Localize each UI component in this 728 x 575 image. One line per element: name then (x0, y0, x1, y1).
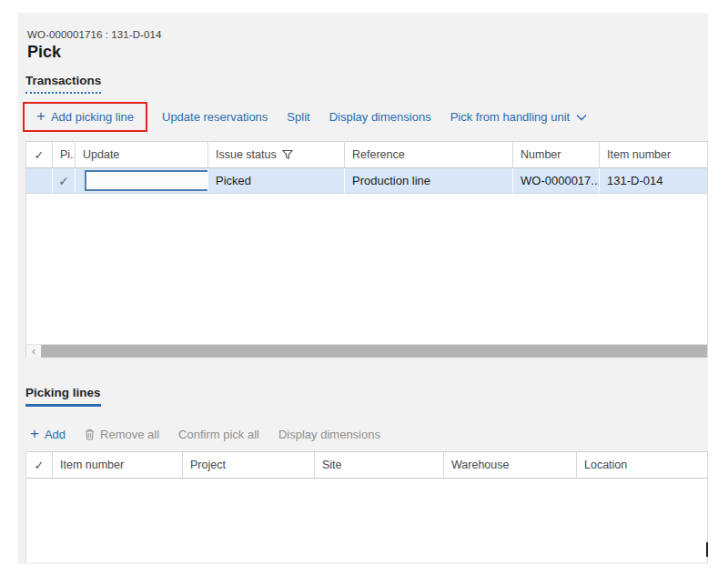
add-label: Add (45, 428, 66, 441)
chevron-left-icon: ‹ (32, 346, 35, 357)
select-all-column-header[interactable]: ✓ (26, 142, 53, 167)
column-header-site[interactable]: Site (315, 452, 444, 478)
row-update-cell[interactable] (76, 168, 208, 193)
update-cell-input[interactable] (85, 170, 208, 191)
transactions-grid-row-selected[interactable]: ✓ Picked Production line WO-0000017... 1… (26, 168, 707, 194)
display-dimensions-button[interactable]: Display dimensions (329, 110, 431, 124)
display-dimensions-button-2[interactable]: Display dimensions (278, 428, 380, 441)
picking-lines-toolbar: + Add Remove all Confirm pick all Displa… (30, 422, 399, 446)
add-picking-line-button[interactable]: + Add picking line (36, 109, 134, 125)
page-title: Pick (27, 43, 61, 62)
scroll-left-button[interactable]: ‹ (26, 345, 41, 358)
transactions-toolbar: + Add picking line Update reservations S… (23, 102, 606, 132)
select-all-column-header-2[interactable]: ✓ (26, 452, 53, 478)
row-select-cell[interactable] (26, 168, 53, 193)
row-issue-status-cell[interactable]: Picked (208, 168, 345, 193)
picking-lines-grid-empty-area (26, 479, 707, 562)
transactions-grid: ✓ Pi... Update Issue status Reference Nu… (25, 141, 708, 358)
remove-all-label: Remove all (100, 428, 159, 441)
text-caret (706, 542, 708, 557)
update-reservations-button[interactable]: Update reservations (162, 110, 268, 124)
trash-icon (85, 429, 95, 440)
column-header-project[interactable]: Project (183, 452, 315, 478)
column-header-item-number[interactable]: Item number (600, 142, 707, 167)
section-header-picking-lines[interactable]: Picking lines (25, 386, 101, 407)
scrollbar-thumb[interactable] (41, 345, 707, 358)
confirm-pick-all-button[interactable]: Confirm pick all (178, 428, 259, 441)
column-header-item-number-2[interactable]: Item number (53, 452, 183, 478)
plus-icon: + (36, 108, 46, 124)
remove-all-button[interactable]: Remove all (85, 428, 159, 441)
row-reference-cell[interactable]: Production line (345, 168, 513, 193)
column-header-picked[interactable]: Pi... (53, 142, 76, 167)
display-dimensions-label-2: Display dimensions (278, 428, 380, 441)
column-header-number[interactable]: Number (513, 142, 600, 167)
row-item-number-link[interactable]: 131-D-014 (600, 168, 707, 193)
picking-lines-grid: ✓ Item number Project Site Warehouse Loc… (25, 451, 708, 562)
pick-dialog-panel: WO-000001716 : 131-D-014 Pick Transactio… (18, 13, 708, 564)
horizontal-scrollbar[interactable]: ‹ (26, 344, 707, 358)
column-header-update[interactable]: Update (76, 142, 208, 167)
transactions-label: Transactions (25, 74, 101, 87)
checkmark-icon: ✓ (35, 459, 45, 472)
update-reservations-label: Update reservations (162, 110, 268, 124)
transactions-grid-empty-area (26, 194, 707, 344)
section-header-transactions[interactable]: Transactions (25, 74, 101, 94)
picking-lines-grid-header: ✓ Item number Project Site Warehouse Loc… (26, 452, 707, 479)
transactions-grid-header: ✓ Pi... Update Issue status Reference Nu… (26, 142, 707, 168)
breadcrumb: WO-000001716 : 131-D-014 (27, 29, 162, 40)
annotation-highlight-box: + Add picking line (23, 102, 147, 132)
filter-funnel-icon[interactable] (282, 149, 293, 160)
pick-from-handling-unit-button[interactable]: Pick from handling unit (450, 110, 588, 124)
column-header-warehouse[interactable]: Warehouse (444, 452, 577, 478)
add-button[interactable]: + Add (30, 427, 66, 442)
add-picking-line-label: Add picking line (51, 110, 134, 124)
column-header-location[interactable]: Location (577, 452, 707, 478)
confirm-pick-all-label: Confirm pick all (178, 428, 259, 441)
issue-status-label: Issue status (216, 148, 277, 161)
checkmark-icon: ✓ (58, 174, 69, 188)
display-dimensions-label: Display dimensions (329, 110, 431, 124)
row-number-cell[interactable]: WO-0000017... (513, 168, 600, 193)
row-picked-cell[interactable]: ✓ (53, 168, 76, 193)
column-header-reference[interactable]: Reference (345, 142, 513, 167)
plus-icon: + (30, 426, 39, 441)
picking-lines-label: Picking lines (25, 386, 101, 399)
column-header-issue-status[interactable]: Issue status (208, 142, 345, 167)
pick-from-handling-unit-label: Pick from handling unit (450, 110, 571, 124)
split-button[interactable]: Split (287, 110, 309, 124)
chevron-down-icon (576, 114, 587, 121)
checkmark-icon: ✓ (35, 148, 45, 162)
split-label: Split (287, 110, 309, 124)
